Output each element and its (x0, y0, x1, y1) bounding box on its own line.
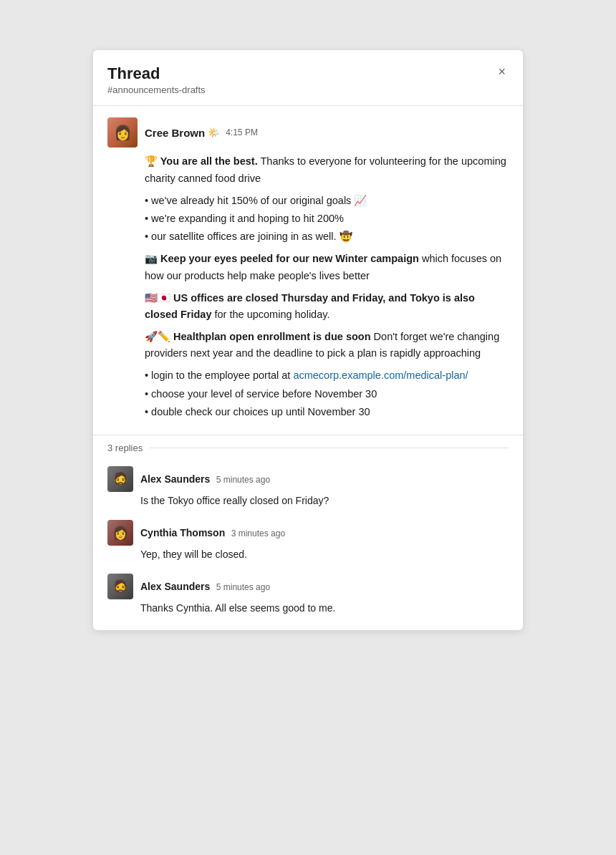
reply-2: 👩 Cynthia Thomson 3 minutes ago Yep, the… (93, 514, 523, 568)
close-button[interactable]: × (495, 63, 509, 81)
campaign-bold: 📷 Keep your eyes peeled for our new Wint… (145, 253, 419, 264)
bullet-1-1: we've already hit 150% of our original g… (145, 193, 509, 209)
reply-1-time: 5 minutes ago (216, 475, 270, 485)
reply-3-content: Thanks Cynthia. All else seems good to m… (140, 601, 509, 616)
reply-2-time: 3 minutes ago (231, 528, 285, 538)
bullet-2-1: choose your level of service before Nove… (145, 386, 509, 402)
bullets-2: login to the employee portal at acmecorp… (145, 367, 509, 420)
panel-title: Thread (107, 64, 206, 83)
reply-3-header: 🧔 Alex Saunders 5 minutes ago (107, 574, 509, 599)
replies-divider: 3 replies (93, 435, 523, 460)
reply-2-content: Yep, they will be closed. (140, 547, 509, 562)
bullets-1: we've already hit 150% of our original g… (145, 193, 509, 246)
bullet-1-3: our satellite offices are joining in as … (145, 228, 509, 245)
health-paragraph: 🚀✏️ Healthplan open enrollment is due so… (145, 329, 509, 362)
health-bold: 🚀✏️ Healthplan open enrollment is due so… (145, 331, 371, 342)
avatar-cynthia: 👩 (107, 520, 133, 546)
reply-2-sender: Cynthia Thomson (140, 527, 225, 538)
message-header: 👩 Cree Brown 🌤️ 4:15 PM (107, 117, 509, 148)
bullet-1-2: we're expanding it and hoping to hit 200… (145, 211, 509, 227)
reply-1-sender: Alex Saunders (140, 473, 210, 485)
bullet-2-2: double check our choices up until Novemb… (145, 404, 509, 420)
main-message: 👩 Cree Brown 🌤️ 4:15 PM 🏆 You are all th… (93, 106, 523, 435)
header-title-group: Thread #announcements-drafts (107, 64, 206, 95)
bullet-2-link: login to the employee portal at acmecorp… (145, 367, 509, 384)
reply-3-time: 5 minutes ago (216, 582, 270, 592)
intro-paragraph: 🏆 You are all the best. Thanks to everyo… (145, 153, 509, 186)
intro-bold: 🏆 You are all the best. (145, 155, 258, 167)
reply-1-sender-info: Alex Saunders 5 minutes ago (140, 473, 270, 486)
reply-3-sender-info: Alex Saunders 5 minutes ago (140, 580, 270, 593)
reply-1-content: Is the Tokyo office really closed on Fri… (140, 493, 509, 508)
divider-line (150, 448, 509, 448)
thread-panel: Thread #announcements-drafts × 👩 Cree Br… (93, 50, 523, 630)
avatar-alex-2: 🧔 (107, 574, 133, 599)
reply-1: 🧔 Alex Saunders 5 minutes ago Is the Tok… (93, 460, 523, 514)
panel-channel: #announcements-drafts (107, 84, 206, 95)
sender-status-emoji: 🌤️ (208, 127, 220, 138)
avatar-cree: 👩 (107, 117, 138, 148)
reply-1-header: 🧔 Alex Saunders 5 minutes ago (107, 466, 509, 492)
reply-2-header: 👩 Cynthia Thomson 3 minutes ago (107, 520, 509, 546)
panel-header: Thread #announcements-drafts × (93, 50, 523, 106)
offices-rest: for the upcoming holiday. (211, 309, 329, 320)
message-time: 4:15 PM (226, 127, 258, 137)
reply-3: 🧔 Alex Saunders 5 minutes ago Thanks Cyn… (93, 568, 523, 630)
sender-info: Cree Brown 🌤️ 4:15 PM (145, 127, 258, 139)
reply-2-sender-info: Cynthia Thomson 3 minutes ago (140, 526, 285, 539)
reply-3-sender: Alex Saunders (140, 581, 210, 592)
offices-paragraph: 🇺🇸🇯🇵 US offices are closed Thursday and … (145, 290, 509, 323)
message-body: 🏆 You are all the best. Thanks to everyo… (145, 153, 509, 420)
sender-name: Cree Brown (145, 127, 205, 139)
avatar-alex-1: 🧔 (107, 466, 133, 492)
portal-link[interactable]: acmecorp.example.com/medical-plan/ (293, 369, 468, 381)
campaign-paragraph: 📷 Keep your eyes peeled for our new Wint… (145, 251, 509, 284)
replies-count: 3 replies (107, 443, 143, 453)
